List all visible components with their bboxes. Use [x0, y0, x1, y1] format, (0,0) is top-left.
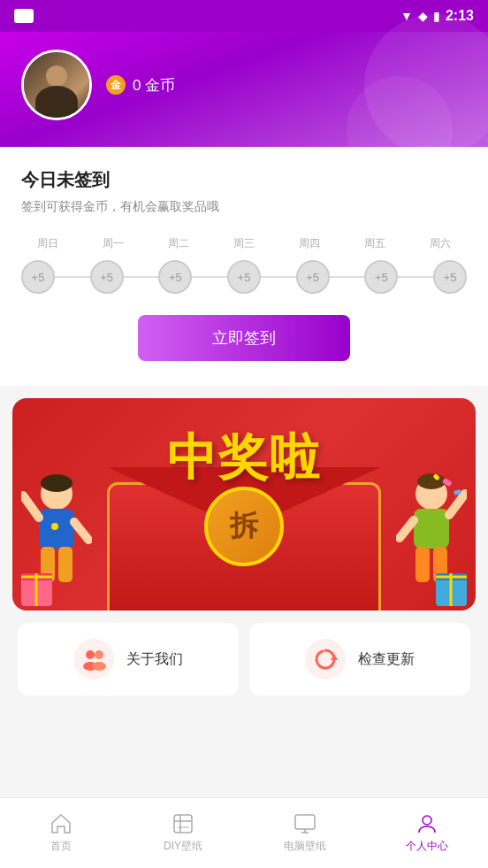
- coin-icon: 金: [106, 75, 126, 95]
- profile-icon: [416, 812, 438, 835]
- svg-line-17: [400, 520, 414, 538]
- bottom-navigation: 首页 DIY壁纸 电脑壁纸 个人中心: [0, 797, 488, 868]
- prize-banner[interactable]: 中奖啦 拆: [12, 398, 476, 611]
- day-circle-3: +5: [227, 260, 261, 294]
- svg-point-29: [92, 662, 106, 671]
- about-us-icon-container: [73, 639, 114, 680]
- day-circle-1: +5: [90, 260, 124, 294]
- check-update-label: 检查更新: [358, 650, 415, 669]
- svg-rect-31: [174, 815, 192, 833]
- connector-3: [261, 276, 296, 278]
- home-icon: [50, 812, 72, 835]
- nav-item-diy[interactable]: DIY壁纸: [122, 805, 244, 861]
- day-circle-0: +5: [21, 260, 55, 294]
- svg-point-27: [95, 650, 103, 659]
- about-us-label: 关于我们: [126, 650, 183, 669]
- avatar-image: [24, 52, 89, 118]
- status-time: 2:13: [446, 8, 474, 24]
- wifi-icon: ▼: [400, 9, 413, 23]
- day-label-6: 周六: [414, 236, 467, 251]
- svg-point-7: [51, 523, 58, 530]
- day-circle-5: +5: [364, 260, 398, 294]
- check-update-button[interactable]: 检查更新: [249, 623, 470, 695]
- battery-icon: ▮: [433, 9, 440, 23]
- nav-item-home[interactable]: 首页: [0, 805, 122, 861]
- status-icons: ▼ ◆ ▮ 2:13: [400, 8, 474, 24]
- header-decoration-1: [364, 14, 488, 156]
- status-indicator: [14, 9, 34, 23]
- open-text: 拆: [230, 507, 258, 546]
- connector-5: [398, 276, 433, 278]
- people-icon: [81, 647, 106, 672]
- svg-rect-15: [416, 547, 430, 582]
- open-prize-button[interactable]: 拆: [204, 487, 284, 566]
- day-label-2: 周二: [152, 236, 205, 251]
- svg-point-13: [417, 473, 446, 489]
- svg-point-26: [86, 650, 95, 659]
- day-circle-2: +5: [158, 260, 192, 294]
- connector-4: [330, 276, 365, 278]
- day-label-1: 周一: [87, 236, 140, 251]
- refresh-icon: [313, 647, 338, 672]
- check-update-icon-container: [305, 639, 346, 680]
- profile-header: 金 0 金币: [0, 32, 488, 147]
- week-circles-row: +5 +5 +5 +5 +5 +5 +5: [21, 260, 467, 294]
- status-bar: ▼ ◆ ▮ 2:13: [0, 0, 488, 32]
- svg-point-1: [41, 474, 72, 492]
- day-circle-6: +5: [433, 260, 467, 294]
- prize-banner-inner: 中奖啦 拆: [12, 398, 476, 611]
- nav-label-profile: 个人中心: [406, 839, 448, 854]
- checkin-title: 今日未签到: [21, 168, 467, 192]
- svg-rect-4: [58, 547, 72, 582]
- connector-0: [55, 276, 90, 278]
- connector-2: [192, 276, 227, 278]
- nav-label-home: 首页: [50, 839, 72, 854]
- day-label-4: 周四: [283, 236, 336, 251]
- week-labels-row: 周日 周一 周二 周三 周四 周五 周六: [21, 236, 467, 251]
- about-us-button[interactable]: 关于我们: [18, 623, 239, 695]
- action-buttons-grid: 关于我们 检查更新: [12, 623, 476, 695]
- day-circle-4: +5: [296, 260, 330, 294]
- diy-icon: [172, 812, 194, 835]
- coin-info: 金 0 金币: [106, 75, 175, 96]
- nav-item-profile[interactable]: 个人中心: [366, 805, 488, 861]
- svg-line-5: [23, 495, 39, 518]
- svg-line-18: [449, 494, 465, 515]
- checkin-card: 今日未签到 签到可获得金币，有机会赢取奖品哦 周日 周一 周二 周三 周四 周五…: [0, 147, 488, 386]
- person-left-illustration: [21, 469, 92, 611]
- svg-point-38: [423, 816, 431, 825]
- day-label-3: 周三: [217, 236, 271, 251]
- nav-label-diy: DIY壁纸: [164, 839, 202, 854]
- svg-line-6: [74, 522, 88, 540]
- svg-rect-35: [295, 815, 315, 829]
- checkin-subtitle: 签到可获得金币，有机会赢取奖品哦: [21, 199, 467, 215]
- svg-rect-14: [414, 509, 449, 549]
- connector-1: [124, 276, 159, 278]
- day-label-0: 周日: [21, 236, 74, 251]
- desktop-icon: [294, 812, 316, 835]
- status-left: [14, 9, 393, 23]
- avatar[interactable]: [21, 50, 92, 120]
- nav-label-desktop: 电脑壁纸: [284, 839, 326, 854]
- day-label-5: 周五: [348, 236, 401, 251]
- signal-icon: ◆: [418, 9, 428, 23]
- checkin-button[interactable]: 立即签到: [138, 315, 350, 361]
- coin-text: 0 金币: [133, 75, 175, 96]
- nav-item-desktop[interactable]: 电脑壁纸: [244, 805, 366, 861]
- person-right-illustration: [396, 469, 467, 611]
